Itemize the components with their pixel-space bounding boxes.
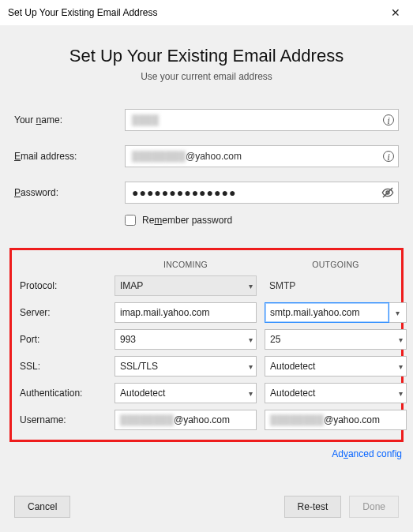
remember-checkbox[interactable]	[125, 215, 136, 226]
label-username: Username:	[20, 414, 107, 425]
label-email: Email address:	[14, 151, 125, 162]
row-password: Password: ●●●●●●●●●●●●●●	[14, 182, 399, 204]
chevron-down-icon: ▾	[249, 362, 253, 371]
port-outgoing-select[interactable]: 25▾	[265, 329, 407, 350]
chevron-down-icon: ▾	[249, 335, 253, 344]
password-input[interactable]: ●●●●●●●●●●●●●●	[125, 182, 399, 204]
chevron-down-icon: ▾	[249, 282, 253, 290]
label-port: Port:	[20, 334, 107, 345]
ssl-outgoing-select[interactable]: Autodetect▾	[265, 356, 407, 377]
label-your-name: Your name:	[14, 114, 125, 126]
titlebar-title: Set Up Your Existing Email Address	[8, 7, 157, 18]
row-email: Email address: ████████@yahoo.com i	[14, 145, 399, 167]
label-ssl: SSL:	[20, 361, 107, 372]
protocol-incoming-select[interactable]: IMAP▾	[115, 275, 257, 296]
server-outgoing-input[interactable]: smtp.mail.yahoo.com	[265, 302, 389, 323]
email-input[interactable]: ████████@yahoo.com	[125, 145, 399, 167]
advanced-config-row: Advanced config	[14, 448, 402, 459]
label-password: Password:	[14, 187, 125, 198]
server-outgoing-wrap: smtp.mail.yahoo.com ▾	[265, 302, 407, 323]
row-your-name: Your name: ████ i	[14, 109, 399, 131]
chevron-down-icon: ▾	[399, 389, 403, 398]
done-button[interactable]: Done	[349, 496, 399, 518]
label-auth: Authentication:	[20, 388, 107, 399]
close-icon[interactable]: ✕	[385, 3, 407, 22]
user-incoming-input[interactable]: ████████@yahoo.com	[115, 410, 257, 430]
advanced-config-link[interactable]: Advanced config	[332, 448, 402, 459]
remember-password-row: Remember password	[125, 215, 399, 226]
eye-off-icon[interactable]	[381, 186, 394, 199]
info-icon[interactable]: i	[383, 151, 394, 162]
password-input-wrap: ●●●●●●●●●●●●●●	[125, 182, 399, 204]
retest-button[interactable]: Re-test	[284, 496, 342, 518]
chevron-down-icon: ▾	[399, 362, 403, 371]
protocol-outgoing-value: SMTP	[265, 280, 407, 291]
info-icon[interactable]: i	[383, 114, 394, 126]
ssl-incoming-select[interactable]: SSL/TLS▾	[115, 356, 257, 377]
page-subtitle: Use your current email address	[14, 71, 399, 82]
server-settings-box: INCOMING OUTGOING Protocol: IMAP▾ SMTP S…	[9, 248, 404, 442]
auth-incoming-select[interactable]: Autodetect▾	[115, 383, 257, 403]
titlebar: Set Up Your Existing Email Address ✕	[0, 0, 413, 25]
server-outgoing-dropdown[interactable]: ▾	[389, 302, 407, 323]
page-title: Set Up Your Existing Email Address	[14, 46, 399, 66]
header-incoming: INCOMING	[115, 260, 257, 269]
dialog-window: Set Up Your Existing Email Address ✕ Set…	[0, 0, 413, 532]
footer: Cancel Re-test Done	[14, 496, 399, 518]
name-input-wrap: ████ i	[125, 109, 399, 131]
auth-outgoing-select[interactable]: Autodetect▾	[265, 383, 407, 403]
name-input[interactable]: ████	[125, 109, 399, 131]
cancel-button[interactable]: Cancel	[14, 496, 70, 518]
email-input-wrap: ████████@yahoo.com i	[125, 145, 399, 167]
label-server: Server:	[20, 307, 107, 318]
port-incoming-select[interactable]: 993▾	[115, 329, 257, 350]
chevron-down-icon: ▾	[249, 389, 253, 398]
server-grid: INCOMING OUTGOING Protocol: IMAP▾ SMTP S…	[20, 260, 393, 430]
user-outgoing-input[interactable]: ████████@yahoo.com	[265, 410, 407, 430]
server-incoming-input[interactable]: imap.mail.yahoo.com	[115, 302, 257, 323]
label-protocol: Protocol:	[20, 280, 107, 291]
footer-right: Re-test Done	[284, 496, 399, 518]
header-outgoing: OUTGOING	[265, 260, 407, 269]
content-area: Set Up Your Existing Email Address Use y…	[0, 25, 413, 532]
remember-label: Remember password	[142, 215, 232, 226]
chevron-down-icon: ▾	[399, 335, 403, 344]
